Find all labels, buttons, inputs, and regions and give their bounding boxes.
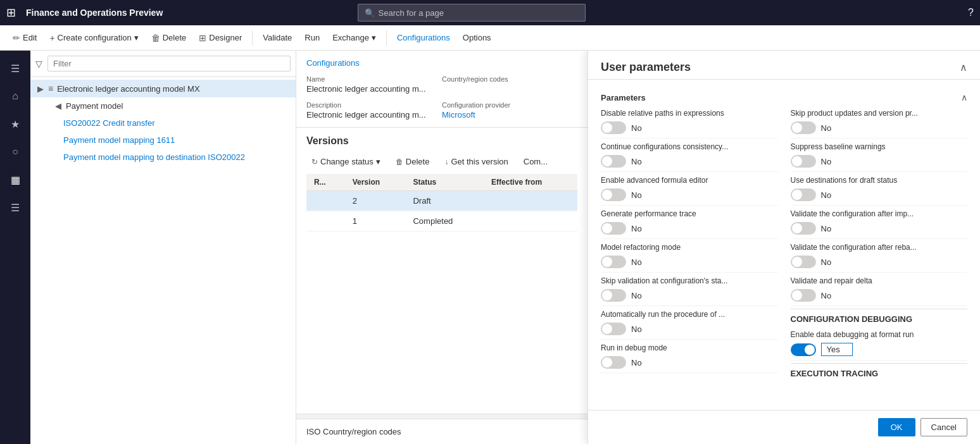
rtoggle-5[interactable] [791, 289, 816, 302]
col-version: Version [345, 174, 406, 191]
rtoggle-value-3: No [821, 224, 832, 233]
run-button[interactable]: Run [299, 30, 325, 45]
param-row-5: Skip validation at configuration's sta..… [601, 273, 778, 306]
param-label-5: Skip validation at configuration's sta..… [601, 276, 778, 285]
main-toolbar: ✏ Edit + Create configuration ▾ 🗑 Delete… [0, 25, 980, 51]
param-label-7: Run in debug mode [601, 343, 778, 352]
param-label-0: Disable relative paths in expressions [601, 109, 778, 118]
list-icon[interactable]: ☰ [3, 195, 28, 220]
versions-title: Versions [306, 135, 577, 147]
versions-toolbar: ↻ Change status ▾ 🗑 Delete ↓ Get this ve… [306, 154, 577, 169]
hamburger-menu-icon[interactable]: ☰ [3, 56, 28, 81]
breadcrumb[interactable]: Configurations [306, 58, 577, 68]
rparam-control-4: No [791, 256, 968, 268]
toggle-1[interactable] [601, 155, 626, 168]
tree-item-2[interactable]: ISO20022 Credit transfer [30, 114, 296, 132]
search-icon: 🔍 [365, 8, 375, 18]
rtoggle-2[interactable] [791, 188, 816, 201]
horizontal-scrollbar[interactable] [296, 414, 587, 419]
tree-item-4[interactable]: Payment model mapping to destination ISO… [30, 149, 296, 166]
grid-nav-icon[interactable]: ▦ [3, 167, 28, 192]
description-value: Electronic ledger accounting m... [306, 110, 442, 120]
rparam-row-0: Skip product updates and version pr... N… [791, 105, 968, 139]
rtoggle-1[interactable] [791, 155, 816, 168]
download-icon: ↓ [444, 157, 448, 166]
delete-icon: 🗑 [396, 157, 403, 166]
item-icon-0: ≡ [48, 83, 53, 94]
home-icon[interactable]: ⌂ [3, 83, 28, 109]
main-area: ☰ ⌂ ★ ○ ▦ ☰ ▽ ▶ ≡ Electronic ledger acco… [0, 51, 980, 444]
nav-search-box[interactable]: 🔍 [358, 4, 586, 22]
rparam-row-2: Use destinations for draft status No [791, 172, 968, 206]
search-input[interactable] [379, 8, 579, 18]
toggle-3[interactable] [601, 222, 626, 235]
param-row-2: Enable advanced formula editor No [601, 172, 778, 206]
param-control-6: No [601, 323, 778, 335]
rparam-control-0: No [791, 121, 968, 134]
rtoggle-3[interactable] [791, 222, 816, 235]
panel-title: User parameters [601, 61, 691, 74]
toggle-4[interactable] [601, 256, 626, 268]
rtoggle-value-2: No [821, 190, 832, 200]
tree-item-0[interactable]: ▶ ≡ Electronic ledger accounting model M… [30, 80, 296, 97]
help-button[interactable]: ? [968, 7, 974, 18]
param-control-3: No [601, 222, 778, 235]
enable-data-debugging-toggle[interactable] [791, 343, 816, 356]
panel-collapse-button[interactable]: ∧ [960, 61, 967, 73]
name-label: Name [306, 75, 442, 83]
rparam-label-0: Skip product updates and version pr... [791, 109, 968, 118]
toggle-5[interactable] [601, 289, 626, 302]
options-button[interactable]: Options [458, 30, 496, 45]
edit-icon: ✏ [13, 33, 20, 43]
debugging-value-input[interactable] [821, 343, 853, 356]
toggle-0[interactable] [601, 121, 626, 134]
collapse-params-button[interactable]: ∧ [961, 92, 967, 102]
filter-input[interactable] [47, 56, 291, 71]
edit-button[interactable]: ✏ Edit [8, 30, 42, 46]
compare-button[interactable]: Com... [518, 154, 553, 169]
left-sidebar: ☰ ⌂ ★ ○ ▦ ☰ [0, 51, 30, 444]
change-status-button[interactable]: ↻ Change status ▾ [306, 154, 386, 169]
toggle-7[interactable] [601, 356, 626, 369]
rparam-label-2: Use destinations for draft status [791, 176, 968, 185]
param-row-1: Continue configurations consistency... N… [601, 139, 778, 172]
iso-section: ISO Country/region codes [296, 419, 587, 444]
param-control-0: No [601, 121, 778, 134]
get-this-version-button[interactable]: ↓ Get this version [439, 154, 513, 169]
exchange-button[interactable]: Exchange ▾ [327, 30, 381, 45]
delete-button[interactable]: 🗑 Delete [146, 30, 192, 46]
provider-value[interactable]: Microsoft [442, 110, 577, 120]
designer-button[interactable]: ⊞ Designer [194, 30, 247, 46]
rparam-row-1: Suppress baseline warnings No [791, 139, 968, 172]
recent-icon[interactable]: ○ [3, 139, 28, 164]
dropdown-icon: ▾ [134, 33, 139, 42]
toggle-6[interactable] [601, 323, 626, 335]
grid-icon[interactable]: ⊞ [6, 6, 16, 20]
user-parameters-panel: User parameters ∧ Parameters ∧ Disable r… [587, 51, 980, 444]
param-row-3: Generate performance trace No [601, 206, 778, 239]
table-row[interactable]: 2 Draft [306, 191, 577, 211]
configurations-button[interactable]: Configurations [392, 30, 455, 45]
rparam-control-5: No [791, 289, 968, 302]
enable-data-debugging-row: Enable data debugging at format run [791, 326, 968, 361]
versions-delete-button[interactable]: 🗑 Delete [391, 154, 435, 169]
rparam-control-2: No [791, 188, 968, 201]
top-nav: ⊞ Finance and Operations Preview 🔍 ? [0, 0, 980, 25]
validate-button[interactable]: Validate [258, 30, 297, 45]
param-control-1: No [601, 155, 778, 168]
cancel-button[interactable]: Cancel [920, 418, 967, 436]
parameters-header: Parameters ∧ [601, 87, 967, 105]
rtoggle-0[interactable] [791, 121, 816, 134]
favorites-icon[interactable]: ★ [3, 111, 28, 137]
refresh-icon: ↻ [311, 157, 318, 166]
tree-item-1[interactable]: ◀ Payment model [30, 97, 296, 114]
tree-filter-bar: ▽ [30, 51, 296, 77]
toggle-2[interactable] [601, 188, 626, 201]
rtoggle-4[interactable] [791, 256, 816, 268]
ok-button[interactable]: OK [878, 418, 915, 436]
table-row[interactable]: 1 Completed [306, 211, 577, 231]
rparam-row-3: Validate the configuration after imp... … [791, 206, 968, 239]
create-config-button[interactable]: + Create configuration ▾ [44, 30, 143, 46]
field-country: Country/region codes [442, 75, 577, 101]
tree-item-3[interactable]: Payment model mapping 1611 [30, 132, 296, 149]
